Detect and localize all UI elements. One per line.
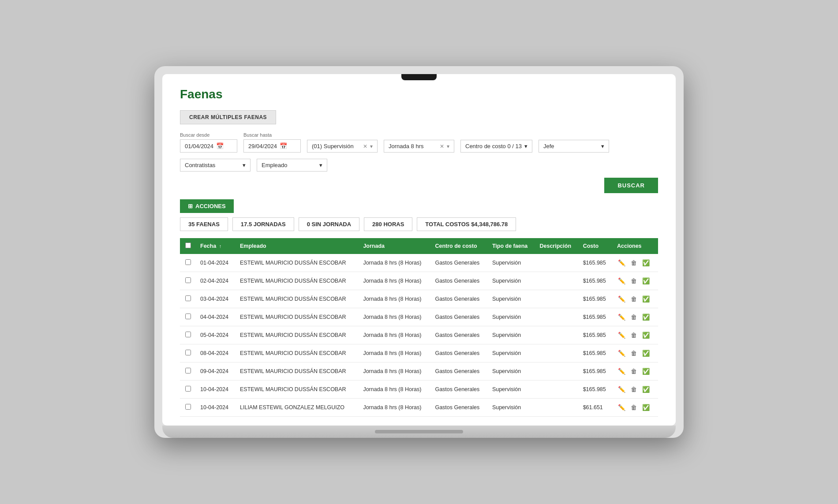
acciones-button[interactable]: ⊞ ACCIONES [180,199,234,213]
col-tipo[interactable]: Tipo de faena [488,238,535,254]
cell-empleado: ESTEWIL MAURICIO DUSSÁN ESCOBAR [236,308,359,326]
row-checkbox-cell[interactable] [180,399,196,417]
page-title: Faenas [180,87,658,101]
row-checkbox-cell[interactable] [180,254,196,272]
approve-button[interactable]: ✅ [641,295,651,303]
approve-button[interactable]: ✅ [641,403,651,412]
supervision-filter[interactable]: (01) Supervisión ✕ ▾ [307,140,378,153]
crear-multiples-button[interactable]: CREAR MÚLTIPLES FAENAS [180,110,276,124]
delete-button[interactable]: 🗑 [630,367,638,376]
jefe-filter[interactable]: Jefe ▾ [539,140,609,153]
delete-button[interactable]: 🗑 [630,385,638,394]
delete-button[interactable]: 🗑 [630,313,638,321]
supervision-chevron-icon: ▾ [370,143,373,149]
row-checkbox[interactable] [185,259,191,265]
delete-button[interactable]: 🗑 [630,295,638,303]
cell-descripcion [535,272,578,290]
edit-button[interactable]: ✏️ [617,367,626,376]
edit-button[interactable]: ✏️ [617,295,626,303]
row-checkbox[interactable] [185,386,191,392]
row-checkbox[interactable] [185,368,191,373]
cell-costo: $165.985 [579,381,613,399]
stat-jornadas: 17.5 JORNADAS [232,217,294,231]
cell-costo: $165.985 [579,254,613,272]
edit-button[interactable]: ✏️ [617,276,626,285]
fecha-hasta-input[interactable]: 29/04/2024 📅 [243,139,301,153]
delete-button[interactable]: 🗑 [630,349,638,358]
col-costo[interactable]: Costo [579,238,613,254]
centro-costo-filter[interactable]: Centro de costo 0 / 13 ▾ [460,140,532,153]
row-checkbox[interactable] [185,277,191,283]
col-empleado[interactable]: Empleado [236,238,359,254]
jornada-filter[interactable]: Jornada 8 hrs ✕ ▾ [384,140,454,153]
approve-button[interactable]: ✅ [641,313,651,321]
cell-jornada: Jornada 8 hrs (8 Horas) [359,362,430,381]
supervision-clear-icon[interactable]: ✕ [363,143,367,149]
edit-button[interactable]: ✏️ [617,258,626,267]
row-checkbox-cell[interactable] [180,272,196,290]
delete-button[interactable]: 🗑 [630,403,638,412]
jornada-clear-icon[interactable]: ✕ [440,143,444,149]
cell-centro: Gastos Generales [430,362,487,381]
contratistas-filter[interactable]: Contratistas ▾ [180,159,251,172]
cell-jornada: Jornada 8 hrs (8 Horas) [359,254,430,272]
delete-button[interactable]: 🗑 [630,276,638,285]
delete-button[interactable]: 🗑 [630,258,638,267]
edit-button[interactable]: ✏️ [617,385,626,394]
edit-button[interactable]: ✏️ [617,403,626,412]
cell-descripcion [535,381,578,399]
row-checkbox-cell[interactable] [180,381,196,399]
cell-empleado: ESTEWIL MAURICIO DUSSÁN ESCOBAR [236,344,359,362]
col-centro[interactable]: Centro de costo [430,238,487,254]
cell-empleado: LILIAM ESTEWIL GONZALEZ MELGUIZO [236,399,359,417]
edit-button[interactable]: ✏️ [617,331,626,340]
col-fecha[interactable]: Fecha ↑ [196,238,236,254]
stat-total-costos: TOTAL COSTOS $4,348,786.78 [417,217,516,231]
table-row: 10-04-2024 LILIAM ESTEWIL GONZALEZ MELGU… [180,399,658,417]
cell-centro: Gastos Generales [430,326,487,344]
cell-acciones: ✏️ 🗑 ✅ [613,362,658,381]
row-checkbox[interactable] [185,350,191,355]
cell-jornada: Jornada 8 hrs (8 Horas) [359,308,430,326]
cell-empleado: ESTEWIL MAURICIO DUSSÁN ESCOBAR [236,290,359,308]
row-checkbox-cell[interactable] [180,326,196,344]
cell-empleado: ESTEWIL MAURICIO DUSSÁN ESCOBAR [236,272,359,290]
fecha-desde-label: Buscar desde [180,132,237,138]
col-descripcion[interactable]: Descripción [535,238,578,254]
cell-centro: Gastos Generales [430,308,487,326]
edit-button[interactable]: ✏️ [617,349,626,358]
cell-descripcion [535,290,578,308]
faenas-table: Fecha ↑ Empleado Jornada Centro de costo… [180,238,658,417]
row-checkbox[interactable] [185,332,191,337]
cell-descripcion [535,254,578,272]
cell-tipo: Supervisión [488,399,535,417]
approve-button[interactable]: ✅ [641,385,651,394]
delete-button[interactable]: 🗑 [630,331,638,340]
row-checkbox-cell[interactable] [180,290,196,308]
buscar-button[interactable]: BUSCAR [604,178,658,193]
approve-button[interactable]: ✅ [641,367,651,376]
empleado-filter[interactable]: Empleado ▾ [257,159,327,172]
cell-jornada: Jornada 8 hrs (8 Horas) [359,344,430,362]
approve-button[interactable]: ✅ [641,276,651,285]
cell-costo: $165.985 [579,344,613,362]
cell-tipo: Supervisión [488,344,535,362]
row-checkbox-cell[interactable] [180,308,196,326]
row-checkbox-cell[interactable] [180,344,196,362]
row-checkbox[interactable] [185,404,191,410]
approve-button[interactable]: ✅ [641,349,651,358]
row-checkbox-cell[interactable] [180,362,196,381]
cell-empleado: ESTEWIL MAURICIO DUSSÁN ESCOBAR [236,254,359,272]
col-jornada[interactable]: Jornada [359,238,430,254]
approve-button[interactable]: ✅ [641,258,651,267]
cell-costo: $61.651 [579,399,613,417]
fecha-desde-input[interactable]: 01/04/2024 📅 [180,139,237,153]
cell-jornada: Jornada 8 hrs (8 Horas) [359,399,430,417]
row-checkbox[interactable] [185,295,191,301]
row-checkbox[interactable] [185,314,191,319]
edit-button[interactable]: ✏️ [617,313,626,321]
approve-button[interactable]: ✅ [641,331,651,340]
cell-acciones: ✏️ 🗑 ✅ [613,254,658,272]
select-all-checkbox[interactable] [185,243,191,248]
select-all-header[interactable] [180,238,196,254]
